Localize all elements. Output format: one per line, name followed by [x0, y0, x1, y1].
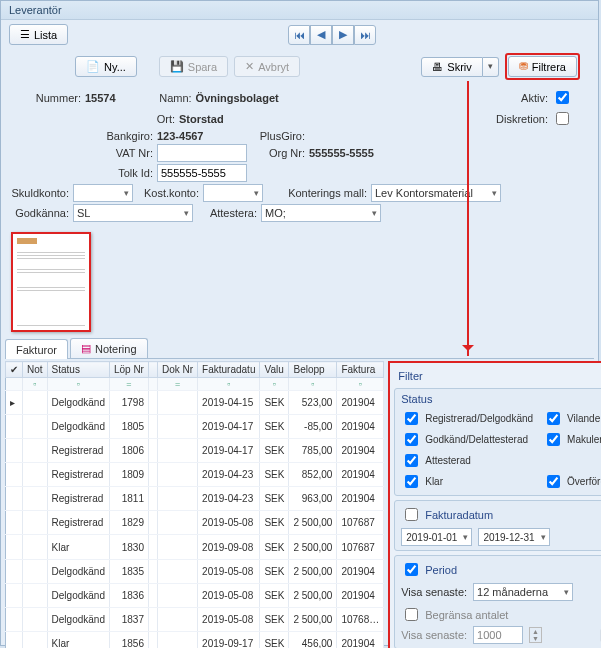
spin-down[interactable]: ▼: [530, 635, 541, 642]
col-valuta[interactable]: Valu: [260, 362, 289, 378]
note-icon: ▤: [81, 342, 91, 355]
aktiv-label: Aktiv:: [521, 92, 548, 104]
status-group-title: Status: [401, 393, 432, 405]
col-faktura[interactable]: Faktura: [337, 362, 384, 378]
window-title: Leverantör: [1, 1, 598, 20]
namn-value: Övningsbolaget: [196, 92, 279, 104]
filtrera-highlight: ⛃ Filtrera: [505, 53, 580, 80]
period-combo[interactable]: 12 månaderna: [473, 583, 573, 601]
bankgiro-label: Bankgiro:: [11, 130, 153, 142]
col-belopp[interactable]: Belopp: [289, 362, 337, 378]
ort-label: Ort:: [139, 113, 175, 125]
lista-label: Lista: [34, 29, 57, 41]
table-row[interactable]: Klar18562019-09-17SEK456,00201904: [6, 631, 384, 648]
kostkonto-label: Kost.konto:: [137, 187, 199, 199]
skriv-caret[interactable]: ▾: [483, 57, 499, 77]
new-icon: 📄: [86, 60, 100, 73]
table-row[interactable]: Registrerad18062019-04-17SEK785,00201904: [6, 439, 384, 463]
col-selector[interactable]: ✔: [6, 362, 23, 378]
table-row[interactable]: Delgodkänd18362019-05-08SEK2 500,0020190…: [6, 583, 384, 607]
aktiv-checkbox[interactable]: [556, 91, 569, 104]
nav-last-button[interactable]: ⏭: [354, 25, 376, 45]
spara-button[interactable]: 💾 Spara: [159, 56, 228, 77]
diskretion-label: Diskretion:: [496, 113, 548, 125]
chk-vilande[interactable]: Vilande: [543, 409, 601, 428]
bankgiro-value: 123-4567: [157, 130, 247, 142]
fakturadatum-group-title: Fakturadatum: [425, 509, 493, 521]
kostkonto-combo[interactable]: [203, 184, 263, 202]
chk-makulerad[interactable]: Makulerad: [543, 430, 601, 449]
tab-fakturor-label: Fakturor: [16, 344, 57, 356]
filter-title: Filter: [398, 370, 422, 382]
col-lopnr[interactable]: Löp Nr: [109, 362, 148, 378]
godkanna-label: Godkänna:: [11, 207, 69, 219]
ort-value: Storstad: [179, 113, 224, 125]
grid-filter-row[interactable]: ▫▫==▫▫▫▫: [6, 378, 384, 391]
invoice-grid[interactable]: ✔ Not Status Löp Nr Dok Nr Fakturadatu V…: [5, 361, 384, 648]
ny-button[interactable]: 📄 Ny...: [75, 56, 137, 77]
diskretion-checkbox[interactable]: [556, 112, 569, 125]
godkanna-combo[interactable]: SL: [73, 204, 193, 222]
chk-period-enable[interactable]: [405, 563, 418, 576]
skriv-split: 🖶 Skriv ▾: [421, 57, 498, 77]
chk-attesterad[interactable]: Attesterad: [401, 451, 533, 470]
period-group-title: Period: [425, 564, 457, 576]
avbryt-button[interactable]: ✕ Avbryt: [234, 56, 300, 77]
date-from-input[interactable]: 2019-01-01: [401, 528, 472, 546]
tab-fakturor[interactable]: Fakturor: [5, 339, 68, 359]
col-not[interactable]: Not: [23, 362, 48, 378]
konteringsmall-label: Konterings mall:: [267, 187, 367, 199]
attestera-combo[interactable]: MO;: [261, 204, 381, 222]
begransa-input[interactable]: [473, 626, 523, 644]
nav-next-button[interactable]: ▶: [332, 25, 354, 45]
filtrera-button[interactable]: ⛃ Filtrera: [508, 56, 577, 77]
table-row[interactable]: Delgodkänd18052019-04-17SEK-85,00201904: [6, 415, 384, 439]
table-row[interactable]: Registrerad18092019-04-23SEK852,00201904: [6, 463, 384, 487]
chk-overford[interactable]: Överförd: [543, 472, 601, 491]
table-row[interactable]: Registrerad18292019-05-08SEK2 500,001076…: [6, 511, 384, 535]
list-icon: ☰: [20, 28, 30, 41]
col-spacer[interactable]: [148, 362, 157, 378]
nav-prev-button[interactable]: ◀: [310, 25, 332, 45]
skuldkonto-combo[interactable]: [73, 184, 133, 202]
skriv-button[interactable]: 🖶 Skriv: [421, 57, 482, 77]
orgnr-label: Org Nr:: [251, 147, 305, 159]
tolkid-input[interactable]: [157, 164, 247, 182]
spara-label: Spara: [188, 61, 217, 73]
chk-klar[interactable]: Klar: [401, 472, 533, 491]
attestera-label: Attestera:: [197, 207, 257, 219]
col-fakturadatum[interactable]: Fakturadatu: [198, 362, 260, 378]
nummer-label: Nummer:: [11, 92, 81, 104]
spin-up[interactable]: ▲: [530, 628, 541, 635]
vat-label: VAT Nr:: [11, 147, 153, 159]
skriv-label: Skriv: [447, 61, 471, 73]
table-row[interactable]: Delgodkänd18372019-05-08SEK2 500,0010768…: [6, 607, 384, 631]
vat-input[interactable]: [157, 144, 247, 162]
chk-fakturadatum-enable[interactable]: [405, 508, 418, 521]
chk-godkand[interactable]: Godkänd/Delattesterad: [401, 430, 533, 449]
grid-header-row: ✔ Not Status Löp Nr Dok Nr Fakturadatu V…: [6, 362, 384, 378]
konteringsmall-combo[interactable]: Lev Kontorsmaterial: [371, 184, 501, 202]
visa-senaste-lbl: Visa senaste:: [401, 586, 467, 598]
avbryt-label: Avbryt: [258, 61, 289, 73]
filter-icon: ⛃: [519, 60, 528, 73]
namn-label: Namn:: [120, 92, 192, 104]
table-row[interactable]: Klar18302019-09-08SEK2 500,00107687: [6, 535, 384, 559]
lista-button[interactable]: ☰ Lista: [9, 24, 68, 45]
date-to-input[interactable]: 2019-12-31: [478, 528, 549, 546]
begransa-group-title: Begränsa antalet: [425, 609, 508, 621]
nav-first-button[interactable]: ⏮: [288, 25, 310, 45]
filter-panel: Filter ▷ Status Registrerad/Delgodkänd V…: [388, 361, 601, 648]
print-icon: 🖶: [432, 61, 443, 73]
table-row[interactable]: Delgodkänd18352019-05-08SEK2 500,0020190…: [6, 559, 384, 583]
col-status[interactable]: Status: [47, 362, 109, 378]
skuldkonto-label: Skuldkonto:: [11, 187, 69, 199]
document-thumbnail[interactable]: [11, 232, 91, 332]
tab-notering-label: Notering: [95, 343, 137, 355]
tab-notering[interactable]: ▤ Notering: [70, 338, 148, 358]
chk-registrerad[interactable]: Registrerad/Delgodkänd: [401, 409, 533, 428]
col-doknr[interactable]: Dok Nr: [157, 362, 197, 378]
table-row[interactable]: Registrerad18112019-04-23SEK963,00201904: [6, 487, 384, 511]
chk-begransa-enable[interactable]: [405, 608, 418, 621]
table-row[interactable]: ▸Delgodkänd17982019-04-15SEK523,00201904: [6, 391, 384, 415]
